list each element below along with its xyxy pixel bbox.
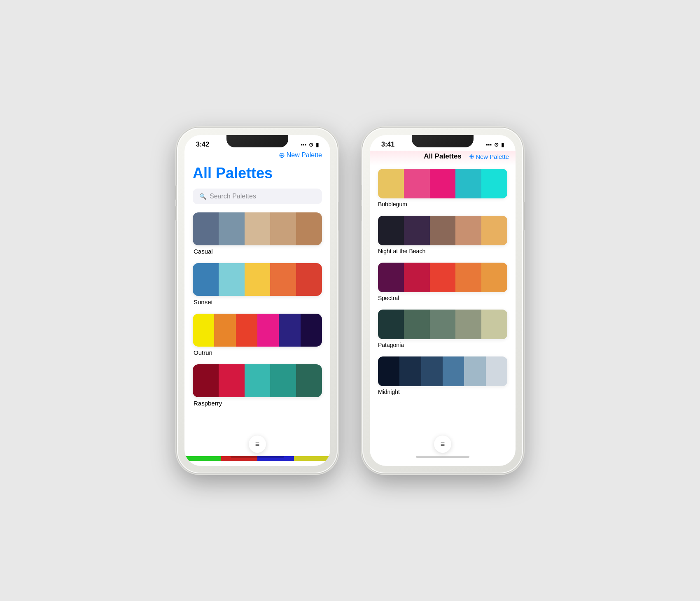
palette-name: Night at the Beach — [378, 248, 507, 254]
phone-screen-1: 3:42 ▪▪▪ ⊙ ▮ ⊕ New Palette All Palettes … — [184, 135, 330, 466]
color-swatch — [378, 356, 399, 386]
list-item[interactable]: Outrun — [193, 314, 322, 356]
color-swatch — [404, 310, 430, 339]
list-item[interactable]: Bubblegum — [378, 169, 507, 207]
palette-name: Casual — [193, 248, 322, 255]
color-swatch — [245, 212, 271, 245]
palette-swatches — [193, 212, 322, 245]
plus-icon-2: ⊕ — [469, 153, 474, 160]
color-swatch — [219, 364, 245, 397]
volume-down-button-2[interactable] — [361, 206, 362, 221]
color-swatch — [296, 263, 322, 296]
nav-header-1: ⊕ New Palette — [184, 151, 330, 163]
page-title-1: All Palettes — [184, 163, 330, 189]
color-swatch — [219, 212, 245, 245]
color-swatch — [257, 314, 279, 347]
color-swatch — [279, 314, 300, 347]
search-bar-1[interactable]: 🔍 Search Palettes — [193, 189, 322, 204]
color-swatch — [245, 263, 271, 296]
battery-icon: ▮ — [316, 142, 319, 148]
color-swatch — [455, 310, 481, 339]
bottom-color-segment — [184, 456, 221, 461]
phone-1: 3:42 ▪▪▪ ⊙ ▮ ⊕ New Palette All Palettes … — [177, 128, 338, 473]
battery-icon-2: ▮ — [501, 142, 504, 148]
status-time-1: 3:42 — [196, 141, 209, 148]
phone-screen-2: 3:41 ▪▪▪ ⊙ ▮ All Palettes ⊕ New Palette … — [370, 135, 516, 466]
palette-list-2: BubblegumNight at the BeachSpectralPatag… — [370, 165, 516, 443]
wifi-icon: ⊙ — [309, 142, 313, 148]
color-swatch — [378, 310, 404, 339]
nav-header-2: All Palettes ⊕ New Palette — [370, 151, 516, 165]
new-palette-button-1[interactable]: ⊕ New Palette — [279, 151, 322, 160]
screen-content-1: ⊕ New Palette All Palettes 🔍 Search Pale… — [184, 151, 330, 461]
list-item[interactable]: Spectral — [378, 263, 507, 301]
palette-list-1: CasualSunsetOutrunRaspberry — [184, 212, 330, 457]
palette-name: Spectral — [378, 295, 507, 301]
color-swatch — [404, 169, 430, 198]
phone-2: 3:41 ▪▪▪ ⊙ ▮ All Palettes ⊕ New Palette … — [362, 128, 523, 473]
status-icons-2: ▪▪▪ ⊙ ▮ — [486, 142, 504, 148]
search-icon-1: 🔍 — [199, 193, 206, 200]
color-swatch — [455, 216, 481, 245]
color-swatch — [404, 216, 430, 245]
color-swatch — [270, 263, 296, 296]
color-swatch — [481, 263, 507, 292]
color-swatch — [430, 169, 456, 198]
signal-icon-2: ▪▪▪ — [486, 142, 492, 148]
list-item[interactable]: Raspberry — [193, 364, 322, 407]
side-buttons-left-2 — [361, 185, 362, 221]
new-palette-label-2: New Palette — [476, 153, 509, 160]
color-swatch — [481, 310, 507, 339]
color-swatch — [481, 216, 507, 245]
color-swatch — [404, 263, 430, 292]
color-swatch — [270, 364, 296, 397]
color-swatch — [455, 169, 481, 198]
plus-icon-1: ⊕ — [279, 151, 285, 160]
screen-content-2: All Palettes ⊕ New Palette BubblegumNigh… — [370, 151, 516, 461]
color-swatch — [443, 356, 464, 386]
color-swatch — [214, 314, 236, 347]
color-swatch — [430, 216, 456, 245]
menu-icon-1[interactable]: ≡ — [249, 436, 266, 453]
palette-swatches — [378, 310, 507, 339]
color-swatch — [421, 356, 443, 386]
new-palette-button-2[interactable]: ⊕ New Palette — [469, 153, 509, 160]
status-icons-1: ▪▪▪ ⊙ ▮ — [301, 142, 319, 148]
list-item[interactable]: Sunset — [193, 263, 322, 305]
color-swatch — [464, 356, 485, 386]
volume-down-button[interactable] — [175, 206, 177, 221]
color-swatch — [193, 364, 219, 397]
menu-icon-2[interactable]: ≡ — [434, 436, 451, 453]
list-item[interactable]: Patagonia — [378, 310, 507, 348]
color-swatch — [430, 263, 456, 292]
signal-icon: ▪▪▪ — [301, 142, 306, 148]
nav-title-2: All Palettes — [424, 152, 462, 161]
volume-up-button-2[interactable] — [361, 185, 362, 200]
volume-up-button[interactable] — [175, 185, 177, 200]
palette-swatches — [378, 216, 507, 245]
status-time-2: 3:41 — [381, 141, 394, 148]
palette-name: Midnight — [378, 389, 507, 395]
power-button-2[interactable] — [523, 202, 525, 231]
palette-swatches — [193, 364, 322, 397]
list-item[interactable]: Midnight — [378, 356, 507, 395]
color-swatch — [378, 169, 404, 198]
color-swatch — [296, 212, 322, 245]
color-swatch — [219, 263, 245, 296]
palette-name: Outrun — [193, 349, 322, 356]
notch-1 — [226, 135, 288, 147]
palette-swatches — [193, 263, 322, 296]
color-swatch — [245, 364, 271, 397]
tab-bar-1: ≡ — [184, 436, 330, 453]
palette-name: Raspberry — [193, 400, 322, 407]
list-item[interactable]: Casual — [193, 212, 322, 255]
home-indicator-2 — [416, 456, 469, 458]
color-swatch — [455, 263, 481, 292]
bottom-color-segment — [294, 456, 331, 461]
color-swatch — [378, 263, 404, 292]
home-indicator-1 — [231, 456, 284, 458]
color-swatch — [270, 212, 296, 245]
list-item[interactable]: Night at the Beach — [378, 216, 507, 254]
power-button[interactable] — [338, 202, 339, 231]
notch-2 — [412, 135, 474, 147]
